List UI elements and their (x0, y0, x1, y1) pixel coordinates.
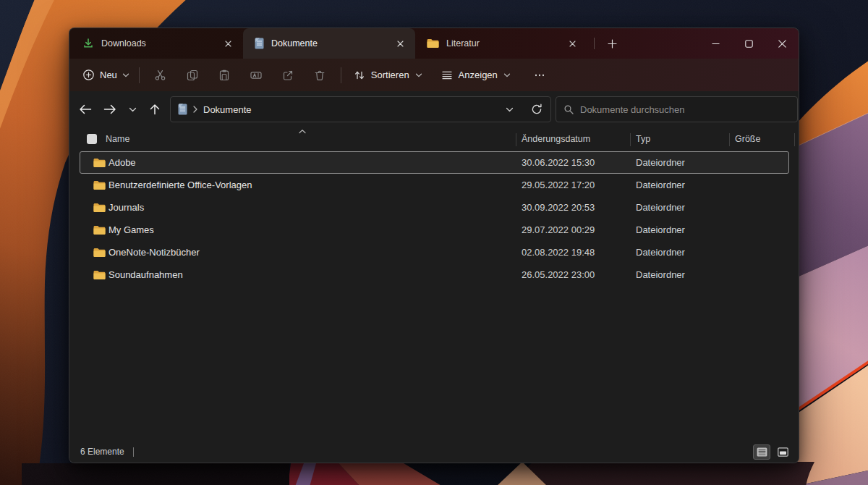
file-list-pane: Name Änderungsdatum Typ Größe Adobe 30.0… (69, 127, 799, 286)
sort-ascending-icon[interactable] (298, 126, 307, 136)
close-button[interactable] (765, 28, 799, 59)
new-tab-button[interactable] (601, 34, 623, 53)
chevron-down-icon (503, 73, 511, 77)
document-icon (178, 104, 187, 115)
icons-view-button[interactable] (774, 444, 791, 460)
breadcrumb[interactable]: Dokumente (203, 104, 251, 115)
file-row[interactable]: Soundaufnahmen 26.05.2022 23:00 Dateiord… (80, 263, 789, 286)
up-icon (150, 104, 160, 115)
minimize-button[interactable] (699, 28, 732, 59)
cut-icon (154, 69, 166, 81)
maximize-button[interactable] (732, 28, 765, 59)
close-icon (778, 40, 786, 48)
search-icon (563, 104, 574, 114)
status-bar: 6 Elemente (69, 441, 799, 463)
folder-icon (93, 270, 106, 282)
more-options-button[interactable] (525, 63, 554, 88)
icons-view-icon (778, 447, 788, 457)
file-date: 29.05.2022 17:20 (522, 180, 595, 190)
share-icon (282, 69, 294, 81)
file-type: Dateiordner (636, 247, 685, 258)
file-name: Benutzerdefinierte Office-Vorlagen (109, 180, 252, 190)
folder-icon (93, 180, 106, 193)
select-all-checkbox[interactable] (87, 134, 97, 144)
paste-icon (218, 69, 230, 81)
chevron-down-icon (129, 107, 137, 112)
column-header-name[interactable]: Name (106, 134, 129, 144)
cut-button[interactable] (146, 63, 175, 88)
folder-icon (93, 225, 106, 237)
file-name: Soundaufnahmen (109, 269, 183, 280)
rename-icon (250, 69, 262, 81)
new-button-label: Neu (100, 69, 117, 80)
tab-label: Literatur (446, 38, 556, 48)
window-controls (699, 28, 799, 59)
chevron-down-icon (506, 107, 514, 112)
refresh-button[interactable] (526, 98, 548, 120)
items-count: 6 Elemente (80, 447, 124, 457)
view-list-icon (441, 69, 453, 81)
toolbar-separator (139, 67, 140, 83)
file-type: Dateiordner (636, 269, 685, 280)
column-header-size[interactable]: Größe (735, 134, 760, 144)
file-explorer-window: Downloads Dokumente Literatur Neu (69, 28, 799, 463)
tab-label: Dokumente (271, 38, 383, 48)
column-header-date[interactable]: Änderungsdatum (522, 134, 590, 144)
navigation-bar: Dokumente Dokumente durchsuchen (69, 91, 799, 127)
share-button[interactable] (273, 63, 302, 88)
tab-bar: Downloads Dokumente Literatur (69, 28, 799, 59)
desktop: Downloads Dokumente Literatur Neu (0, 0, 868, 485)
file-type: Dateiordner (636, 157, 685, 168)
file-date: 29.07.2022 00:29 (522, 224, 595, 235)
file-type: Dateiordner (636, 224, 685, 235)
file-row[interactable]: Journals 30.09.2022 20:53 Dateiordner (80, 196, 789, 219)
file-row[interactable]: Adobe 30.06.2022 15:30 Dateiordner (80, 151, 789, 174)
forward-button[interactable] (98, 98, 122, 121)
up-button[interactable] (142, 98, 167, 121)
rename-button[interactable] (242, 63, 271, 88)
file-name: Adobe (109, 157, 136, 168)
tabbar-separator (594, 38, 595, 49)
paste-button[interactable] (210, 63, 239, 88)
file-row[interactable]: OneNote-Notizbücher 02.08.2022 19:48 Dat… (80, 241, 789, 263)
file-type: Dateiordner (636, 202, 685, 213)
plus-circle-icon (82, 69, 95, 81)
sort-icon (354, 69, 365, 81)
file-type: Dateiordner (636, 180, 685, 190)
file-row[interactable]: My Games 29.07.2022 00:29 Dateiordner (80, 219, 789, 241)
address-dropdown-button[interactable] (498, 98, 520, 120)
column-header-type[interactable]: Typ (636, 134, 650, 144)
tab-dokumente[interactable]: Dokumente (243, 28, 415, 59)
search-input[interactable]: Dokumente durchsuchen (556, 96, 798, 122)
chevron-down-icon (122, 73, 129, 77)
tab-close-icon[interactable] (391, 35, 409, 52)
address-bar[interactable]: Dokumente (170, 96, 551, 122)
folder-icon (93, 248, 106, 260)
file-date: 30.09.2022 20:53 (522, 202, 595, 213)
view-button-label: Anzeigen (459, 69, 498, 80)
tab-literatur[interactable]: Literatur (415, 28, 587, 59)
back-button[interactable] (73, 98, 98, 121)
breadcrumb-chevron-icon (193, 106, 197, 113)
status-separator (133, 447, 134, 457)
file-name: Journals (109, 202, 144, 213)
column-headers: Name Änderungsdatum Typ Größe (69, 127, 799, 151)
search-placeholder: Dokumente durchsuchen (580, 104, 685, 115)
tab-close-icon[interactable] (563, 35, 582, 52)
copy-button[interactable] (178, 63, 207, 88)
new-button[interactable]: Neu (78, 63, 134, 88)
tab-close-icon[interactable] (218, 35, 237, 52)
delete-button[interactable] (305, 63, 334, 88)
back-icon (79, 104, 92, 114)
tab-label: Downloads (101, 38, 211, 48)
command-bar: Neu Sortieren Anzeigen (69, 59, 799, 91)
tab-downloads[interactable]: Downloads (71, 28, 243, 59)
file-row[interactable]: Benutzerdefinierte Office-Vorlagen 29.05… (80, 174, 789, 196)
view-button[interactable]: Anzeigen (434, 63, 518, 88)
download-icon (82, 38, 94, 49)
sort-button[interactable]: Sortieren (346, 63, 430, 88)
recent-locations-button[interactable] (122, 98, 142, 121)
details-view-icon (757, 447, 767, 457)
details-view-button[interactable] (753, 444, 770, 460)
refresh-icon (531, 104, 542, 115)
